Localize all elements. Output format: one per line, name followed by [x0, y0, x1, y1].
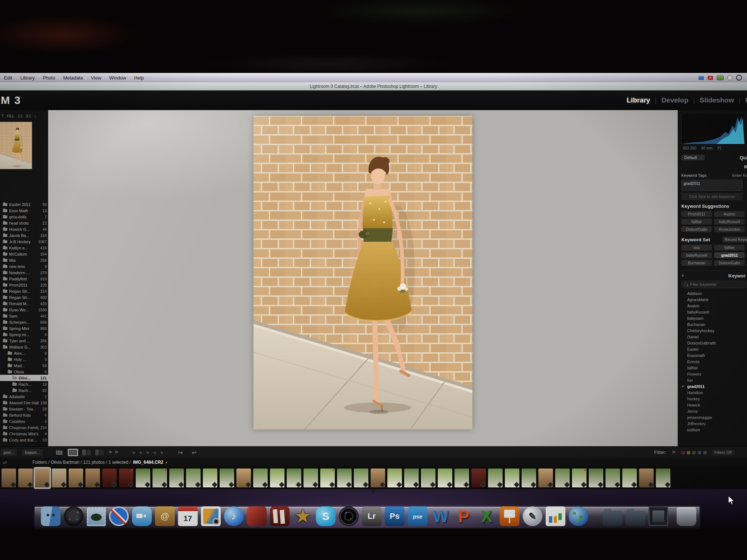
filmstrip-thumbnail[interactable] — [555, 468, 570, 487]
keyword-set-item[interactable]: mia — [681, 245, 712, 250]
histogram[interactable] — [681, 113, 745, 145]
filmstrip-thumbnail[interactable] — [639, 468, 654, 487]
filmstrip-breadcrumb[interactable]: Folders / Olivia Bartman / 121 photos / … — [32, 460, 131, 465]
filmstrip-thumbnail[interactable] — [522, 468, 536, 487]
display-icon[interactable] — [698, 76, 704, 80]
filmstrip-thumbnail[interactable] — [371, 468, 385, 487]
keyword-row[interactable]: babysam — [681, 315, 747, 321]
keyword-row[interactable]: kaitben — [681, 427, 747, 433]
folder-row[interactable]: head shots 22 — [0, 220, 48, 226]
keyword-row[interactable]: Chelseyhockey — [681, 327, 747, 334]
star-rating[interactable]: ★ ★ ★ ★ ★ — [132, 450, 165, 455]
navigator-preview[interactable] — [0, 122, 32, 169]
folder-row[interactable]: Paddyfest 919 — [0, 276, 48, 282]
filmstrip-thumbnail[interactable] — [169, 468, 184, 487]
filmstrip-thumbnail[interactable] — [236, 468, 251, 487]
folder-row[interactable]: Holy ... 9 — [0, 356, 48, 362]
keyword-suggestion[interactable]: Avalon — [714, 211, 745, 217]
chevron-down-icon[interactable]: ▾ — [166, 460, 167, 464]
filmstrip-thumbnail[interactable] — [186, 468, 201, 487]
imovie-icon[interactable]: ★ — [293, 506, 313, 526]
menu-item[interactable]: Photo — [39, 75, 59, 81]
filmstrip-thumbnail[interactable] — [52, 468, 66, 487]
excel-icon[interactable]: X — [477, 506, 496, 526]
menu-item[interactable]: Edit — [0, 75, 16, 81]
filters-off-dropdown[interactable]: Filters Off — [712, 450, 735, 455]
filmstrip-source-icon[interactable]: ⇄ — [0, 460, 11, 465]
filmstrip-thumbnail[interactable] — [337, 468, 352, 487]
filmstrip-thumbnail[interactable] — [572, 468, 587, 487]
folder-row[interactable]: Mad... 58 — [0, 362, 48, 369]
keywording-header[interactable]: Key — [744, 164, 747, 170]
mail-icon[interactable] — [87, 507, 106, 526]
menu-item[interactable]: Metadata — [59, 75, 87, 81]
menu-item[interactable]: Window — [105, 75, 130, 81]
saved-preset-dropdown[interactable]: Default ↕ — [681, 155, 705, 160]
color-label-dot[interactable] — [703, 451, 707, 454]
folder-row[interactable]: Spring mi... 4 — [0, 331, 48, 338]
clock-icon[interactable] — [727, 75, 732, 80]
filmstrip-thumbnail[interactable] — [656, 468, 670, 487]
filmstrip-thumbnail[interactable] — [203, 468, 217, 487]
keyword-set-item[interactable]: grad2011 — [714, 252, 745, 258]
filmstrip-thumbnail[interactable] — [136, 468, 150, 487]
folder-row[interactable]: Belford Kids 6 — [0, 412, 48, 418]
folder-row[interactable]: Bantam - Tea... 28 — [0, 406, 48, 412]
keyword-row[interactable]: Jenny — [681, 408, 747, 414]
folder-row[interactable]: gma-dolls 7 — [0, 214, 48, 220]
photobooth-icon[interactable] — [270, 506, 290, 526]
trash-icon[interactable] — [677, 507, 696, 526]
keyword-set-item[interactable]: babyRussell — [681, 252, 712, 258]
keyword-row[interactable]: Avalon — [681, 303, 747, 309]
add-keyword-button[interactable]: + — [681, 273, 684, 279]
input-source-icon[interactable]: A — [708, 76, 713, 80]
folder-row[interactable]: Regan Sh... 314 — [0, 288, 48, 294]
folder-row[interactable]: Jr.B Hockey 1067 — [0, 238, 48, 245]
keyword-row[interactable]: fun — [681, 377, 747, 383]
folder-row[interactable]: Rach... 82 — [0, 387, 48, 393]
keyword-row[interactable]: Hamilton — [681, 389, 747, 396]
keyword-filter-box[interactable] — [681, 281, 747, 288]
filmstrip-thumbnail[interactable] — [622, 468, 637, 487]
window-title-bar[interactable]: Lightroom 3 Catalog.lrcat – Adobe Photos… — [0, 82, 747, 91]
lightroom-icon[interactable]: Lr — [362, 506, 382, 526]
folder-row[interactable]: Rach... 19 — [0, 381, 48, 387]
folder1-icon[interactable] — [603, 511, 622, 526]
filmstrip-thumbnail[interactable] — [69, 468, 83, 487]
folder-row[interactable]: Cody and Kat... 33 — [0, 437, 48, 443]
filmstrip-thumbnail[interactable] — [589, 468, 603, 487]
filmstrip-thumbnail[interactable] — [253, 468, 268, 487]
folder-row[interactable]: McCallum 264 — [0, 251, 48, 257]
keyword-row[interactable]: Events — [681, 358, 747, 365]
filmstrip-thumbnail[interactable] — [538, 468, 553, 487]
keyword-list-header[interactable]: Keywor — [728, 273, 746, 279]
keyword-suggestion[interactable]: babyRussell — [714, 219, 745, 225]
folder-row[interactable]: Newborn ... 379 — [0, 269, 48, 276]
filmstrip-thumbnail[interactable] — [354, 468, 368, 487]
grid-view-icon[interactable] — [55, 449, 64, 456]
keyword-row[interactable]: grad2011 — [681, 383, 747, 389]
filmstrip-thumbnail[interactable] — [454, 468, 469, 487]
keyword-row[interactable]: jensenmaggie — [681, 414, 747, 420]
folder-row[interactable]: Wallace G... 303 — [0, 344, 48, 350]
folder-row[interactable]: Kaitlyn a... 416 — [0, 245, 48, 251]
dvdplayer-icon[interactable] — [247, 506, 267, 526]
keyword-row[interactable]: Howick — [681, 402, 747, 408]
survey-view-icon[interactable] — [95, 449, 104, 456]
folder-row[interactable]: Christmas Mini's 4 — [0, 431, 48, 437]
photoshop-icon[interactable]: Ps — [385, 506, 405, 526]
keyword-row[interactable]: AgnesMarie — [681, 296, 747, 303]
folder-row[interactable]: Ryan We... 1590 — [0, 307, 48, 313]
filmstrip-thumbnail[interactable] — [605, 468, 620, 487]
loupe-view-icon[interactable] — [68, 449, 78, 456]
keyword-checkbox[interactable] — [681, 384, 687, 388]
folder-row[interactable]: Sam 441 — [0, 313, 48, 319]
folder-row[interactable]: new lens 9 — [0, 263, 48, 269]
color-label-dot[interactable] — [698, 451, 701, 454]
aperture-icon[interactable] — [339, 506, 359, 526]
keyword-set-item[interactable]: Buchanan — [681, 260, 712, 266]
folder-row[interactable]: Easter 2011 92 — [0, 201, 48, 207]
filter-flag-icon[interactable]: ⚑ — [671, 450, 676, 455]
frame-icon[interactable] — [649, 506, 668, 526]
filmstrip-thumbnail[interactable] — [303, 468, 318, 487]
